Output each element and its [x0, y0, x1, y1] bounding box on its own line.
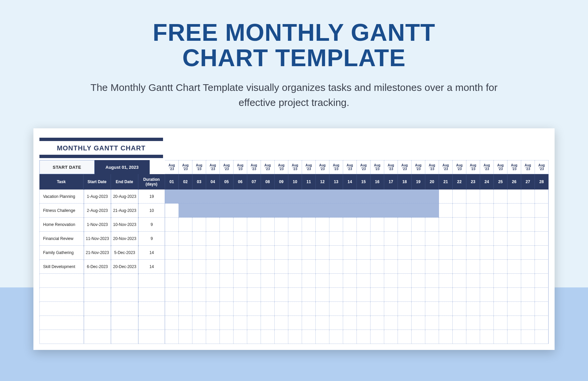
gantt-day-cell: [521, 260, 535, 274]
month-header-cell: Aug'23: [466, 160, 480, 174]
gantt-day-cell: [494, 274, 507, 288]
gantt-day-cell: [535, 274, 549, 288]
decor-band-bottom: [39, 155, 163, 158]
gantt-day-cell: [357, 274, 371, 288]
cell-start: 21-Nov-2023: [84, 246, 111, 260]
gantt-day-cell: [302, 274, 316, 288]
table-row: Family Gathering21-Nov-20235-Dec-202314: [39, 246, 549, 260]
day-header-cell: 25: [494, 174, 507, 189]
gantt-day-cell: [165, 288, 179, 302]
gantt-day-cell: [466, 218, 480, 232]
gantt-day-cell: [288, 316, 302, 330]
month-header-cell: Aug'23: [357, 160, 371, 174]
gantt-day-cell: [288, 288, 302, 302]
gantt-day-cell: [275, 302, 288, 316]
gantt-day-cell: [398, 218, 412, 232]
gantt-day-cell: [165, 204, 179, 218]
day-header-cell: 18: [398, 174, 412, 189]
gantt-day-cell: [371, 218, 384, 232]
gantt-day-cell: [206, 330, 220, 344]
gantt-day-cell: [247, 218, 261, 232]
gantt-day-cell: [234, 316, 247, 330]
month-header-cell: Aug'23: [507, 160, 521, 174]
gantt-day-cell: [521, 204, 535, 218]
gantt-day-cell: [425, 260, 439, 274]
gantt-day-cell: [507, 260, 521, 274]
gantt-day-cell: [261, 246, 275, 260]
month-header-cell: Aug'23: [288, 160, 302, 174]
cell-start: [84, 288, 111, 302]
col-end: End Date: [111, 174, 138, 189]
gantt-day-cell: [234, 246, 247, 260]
month-header-cell: Aug'23: [453, 160, 466, 174]
gantt-day-cell: [329, 260, 343, 274]
gantt-day-cell: [261, 316, 275, 330]
gantt-day-cell: [288, 218, 302, 232]
gantt-day-cell: [384, 330, 398, 344]
gantt-day-cell: [288, 260, 302, 274]
decor-band-top: [39, 138, 163, 141]
gantt-day-cell: [494, 246, 507, 260]
cell-duration: [138, 302, 165, 316]
gantt-day-cell: [357, 260, 371, 274]
gantt-day-cell: [535, 232, 549, 246]
gantt-day-cell: [247, 260, 261, 274]
col-task: Task: [39, 174, 84, 189]
gantt-day-cell: [316, 302, 329, 316]
col-duration: Duration (days): [138, 174, 165, 189]
gantt-day-cell: [535, 260, 549, 274]
gantt-day-cell: [220, 260, 234, 274]
table-row: Fitness Challenge2-Aug-202321-Aug-202310: [39, 204, 549, 218]
month-header-cell: Aug'23: [425, 160, 439, 174]
table-row: [39, 302, 549, 316]
gantt-day-cell: [535, 218, 549, 232]
gantt-day-cell: [425, 246, 439, 260]
month-header-cell: Aug'23: [494, 160, 507, 174]
cell-task: Vacation Planning: [39, 189, 84, 204]
gantt-day-cell: [357, 218, 371, 232]
gantt-day-cell: [398, 330, 412, 344]
table-row: Financial Review11-Nov-202320-Nov-20239: [39, 232, 549, 246]
gantt-day-cell: [192, 316, 206, 330]
cell-task: [39, 316, 84, 330]
gantt-day-cell: [494, 316, 507, 330]
day-header-cell: 04: [206, 174, 220, 189]
gantt-day-cell: [412, 246, 425, 260]
gantt-day-cell: [179, 260, 192, 274]
gantt-day-cell: [179, 218, 192, 232]
gantt-day-cell: [192, 232, 206, 246]
page-subtitle: The Monthly Gantt Chart Template visuall…: [77, 80, 511, 110]
gantt-day-cell: [247, 330, 261, 344]
gantt-day-cell: [343, 260, 357, 274]
cell-end: [111, 302, 138, 316]
cell-task: Skill Development: [39, 260, 84, 274]
gantt-day-cell: [398, 260, 412, 274]
gantt-day-cell: [234, 274, 247, 288]
month-header-cell: Aug'23: [535, 160, 549, 174]
gantt-day-cell: [398, 246, 412, 260]
gantt-day-cell: [425, 330, 439, 344]
gantt-day-cell: [329, 288, 343, 302]
gantt-day-cell: [494, 302, 507, 316]
cell-end: 5-Dec-2023: [111, 246, 138, 260]
cell-start: 2-Aug-2023: [84, 204, 111, 218]
table-row: [39, 316, 549, 330]
gantt-day-cell: [425, 288, 439, 302]
gantt-day-cell: [384, 316, 398, 330]
cell-duration: 19: [138, 189, 165, 204]
gantt-day-cell: [357, 330, 371, 344]
gantt-day-cell: [165, 330, 179, 344]
day-header-cell: 26: [507, 174, 521, 189]
gantt-day-cell: [343, 274, 357, 288]
month-header-cell: Aug'23: [384, 160, 398, 174]
gantt-day-cell: [247, 232, 261, 246]
gantt-day-cell: [343, 288, 357, 302]
gantt-day-cell: [425, 302, 439, 316]
gantt-day-cell: [179, 232, 192, 246]
day-header-cell: 19: [412, 174, 425, 189]
gantt-day-cell: [316, 288, 329, 302]
gantt-day-cell: [453, 260, 466, 274]
gantt-day-cell: [247, 302, 261, 316]
gantt-day-cell: [480, 260, 494, 274]
month-header-cell: Aug'23: [521, 160, 535, 174]
